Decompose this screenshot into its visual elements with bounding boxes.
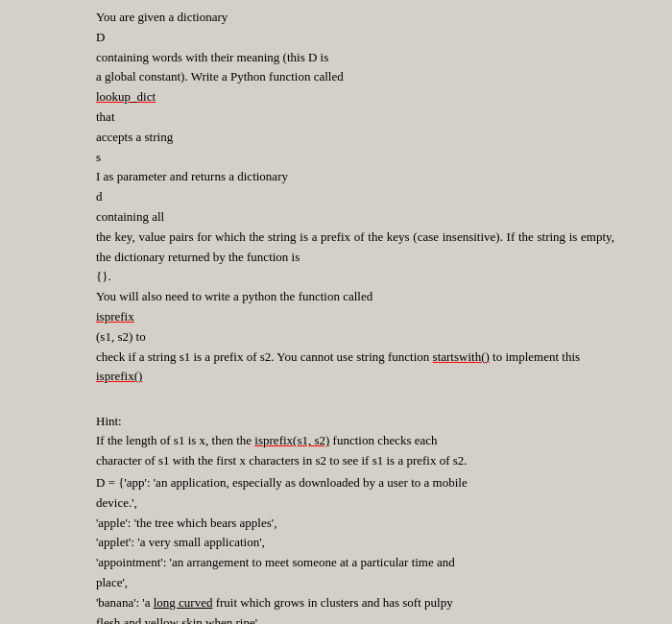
text-line4: a global constant). Write a Python funct… (96, 69, 344, 84)
text-line6: accepts a string (96, 130, 173, 144)
dict-line8: flesh and yellow skin when ripe', (96, 613, 614, 624)
text-line5: that (96, 109, 115, 124)
text-line2: D (96, 30, 105, 44)
text-line3: containing words with their meaning (thi… (96, 50, 328, 64)
dict-line7: 'banana': 'a long curved fruit which gro… (96, 593, 614, 613)
dict-line2: device.', (96, 493, 614, 514)
line-4: a global constant). Write a Python funct… (96, 67, 614, 87)
dict-text2: device.', (96, 495, 137, 510)
text-line11: the key, value pairs for which the strin… (96, 229, 614, 264)
line-6: accepts a string (96, 128, 614, 148)
dict-data: D = {'app': 'an application, especially … (96, 473, 614, 624)
text-line14: (s1, s2) to (96, 329, 146, 344)
hint-text2: function checks each (329, 433, 437, 447)
hint-text1: If the length of s1 is x, then the (96, 433, 254, 447)
hint-line2: If the length of s1 is x, then the ispre… (96, 431, 614, 451)
dict-text7b: fruit which grows in clusters and has so… (212, 595, 452, 610)
text-line1: You are given a dictionary (96, 10, 228, 24)
line-d2: d (96, 187, 614, 207)
hint-section: Hint: If the length of s1 is x, then the… (96, 412, 614, 471)
dict-line5: 'appointment': 'an arrangement to meet s… (96, 553, 614, 573)
line-10: containing all (96, 207, 614, 228)
hint-line1: Hint: (96, 412, 614, 432)
page-container: You are given a dictionary D containing … (0, 0, 672, 624)
text-line7: s (96, 150, 101, 164)
line-1: You are given a dictionary (96, 8, 614, 28)
hint-line3: character of s1 with the first x charact… (96, 451, 614, 471)
startswith-link[interactable]: startswith() (433, 349, 490, 364)
lookup-dict-link1[interactable]: lookup_dict (96, 89, 156, 104)
line-15: check if a string s1 is a prefix of s2. … (96, 348, 614, 368)
dict-line1: D = {'app': 'an application, especially … (96, 473, 614, 493)
text-line9: d (96, 189, 103, 204)
dict-line4: 'applet': 'a very small application', (96, 533, 614, 553)
line-8: I as parameter and returns a dictionary (96, 167, 614, 187)
line-5: that (96, 108, 614, 128)
dict-text5: 'appointment': 'an arrangement to meet s… (96, 555, 455, 569)
dict-text8: flesh and yellow skin when ripe', (96, 615, 260, 624)
content-area: You are given a dictionary D containing … (96, 8, 614, 624)
dict-text3: 'apple': 'the tree which bears apples', (96, 516, 276, 530)
text-line10: containing all (96, 209, 164, 224)
dict-text7a: 'banana': 'a (96, 595, 154, 610)
text-line15: check if a string s1 is a prefix of s2. … (96, 349, 429, 364)
line-link4: isprefix() (96, 367, 614, 387)
line-13: You will also need to write a python the… (96, 287, 614, 307)
dict-text6: place', (96, 575, 128, 589)
text-line16: to implement this (492, 349, 580, 364)
line-11: the key, value pairs for which the strin… (96, 228, 614, 268)
isprefix-link[interactable]: isprefix (96, 309, 134, 324)
dict-line3: 'apple': 'the tree which bears apples', (96, 514, 614, 534)
line-12: {}. (96, 267, 614, 287)
dict-line6: place', (96, 573, 614, 593)
isprefix-paren-link[interactable]: isprefix() (96, 369, 142, 383)
line-link2: isprefix (96, 307, 614, 327)
line-s: s (96, 148, 614, 168)
dict-text1: D = {'app': 'an application, especially … (96, 475, 468, 490)
text-line8: I as parameter and returns a dictionary (96, 169, 288, 183)
line-14: (s1, s2) to (96, 327, 614, 348)
line-3: containing words with their meaning (thi… (96, 48, 614, 68)
text-line12: {}. (96, 269, 111, 283)
hint-text3: character of s1 with the first x charact… (96, 453, 468, 468)
dict-text4: 'applet': 'a very small application', (96, 535, 265, 549)
line-d: D (96, 28, 614, 48)
long-curved-link: long curved (154, 595, 213, 610)
hint-label: Hint: (96, 414, 122, 428)
line-link1: lookup_dict (96, 87, 614, 108)
text-line13: You will also need to write a python the… (96, 289, 372, 303)
isprefix-hint-link[interactable]: isprefix(s1, s2) (254, 433, 329, 447)
